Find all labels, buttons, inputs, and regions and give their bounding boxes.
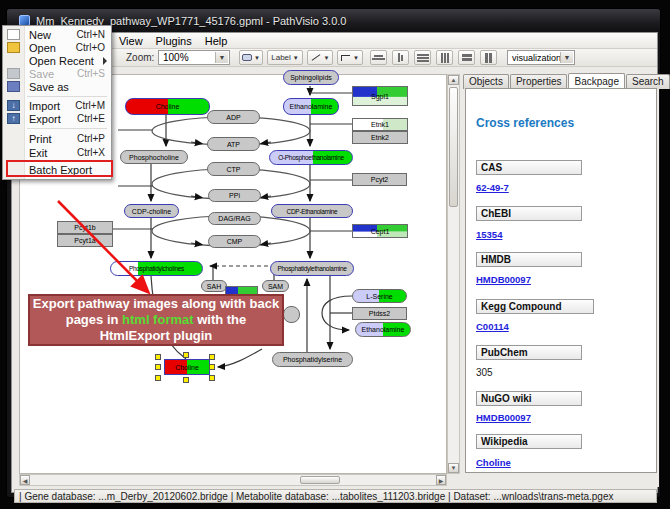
- stack-horizontal-button[interactable]: [458, 50, 475, 65]
- datanode-icon: [242, 54, 252, 61]
- chevron-down-icon: ▼: [293, 55, 299, 61]
- pathway-node[interactable]: Phosphatidylserine: [272, 352, 353, 367]
- chevron-down-icon[interactable]: ▼: [560, 52, 573, 63]
- chevron-down-icon: ▼: [324, 55, 330, 61]
- datanode-tool-button[interactable]: ▼: [239, 50, 263, 65]
- crossref-link[interactable]: HMDB00097: [476, 274, 531, 285]
- line-tool-button[interactable]: ▼: [307, 50, 333, 65]
- status-bar: | Gene database: ...m_Derby_20120602.bri…: [14, 489, 657, 503]
- distribute-vertical-button[interactable]: [436, 50, 453, 65]
- pathway-node[interactable]: ATP: [207, 137, 260, 151]
- distribute-horizontal-button[interactable]: [414, 50, 431, 65]
- gene-node[interactable]: Cept1: [352, 224, 408, 238]
- menu-help[interactable]: Help: [199, 34, 234, 48]
- chevron-down-icon: ▼: [353, 55, 359, 61]
- backpage-content: Cross references CAS 62-49-7 ChEBI 15354…: [465, 88, 657, 473]
- pathway-node[interactable]: Choline: [125, 98, 210, 115]
- crossref-link[interactable]: C00114: [476, 321, 509, 332]
- pathway-node[interactable]: Phosphatidylethanolamine: [270, 261, 354, 276]
- crossref-section-header: PubChem: [476, 345, 582, 360]
- scroll-thumb[interactable]: [300, 476, 340, 484]
- pathway-node[interactable]: L-Serine: [352, 289, 407, 303]
- new-file-icon: [7, 29, 20, 40]
- pathway-node[interactable]: SAM: [262, 280, 289, 292]
- submenu-arrow-icon: [103, 57, 107, 65]
- crossref-link[interactable]: 62-49-7: [476, 182, 509, 193]
- gene-node[interactable]: Ptdss2: [352, 307, 407, 320]
- pathway-node[interactable]: CDP-Ethanolamine: [271, 204, 353, 218]
- menu-plugins[interactable]: Plugins: [150, 34, 198, 48]
- pathway-node[interactable]: Ethanolamine: [283, 98, 339, 115]
- crossreferences-heading: Cross references: [476, 116, 574, 130]
- export-icon: ↑: [7, 113, 20, 124]
- pathway-node[interactable]: Ethanolamine: [355, 322, 411, 337]
- tab-objects[interactable]: Objects: [463, 74, 509, 89]
- scroll-thumb[interactable]: [449, 87, 458, 207]
- gene-node[interactable]: Pcyt1a: [57, 234, 113, 247]
- stack-vertical-button[interactable]: [480, 50, 497, 65]
- crossref-link[interactable]: Choline: [476, 457, 511, 468]
- menu-item-export[interactable]: ↑ ExportCtrl+E: [3, 112, 111, 125]
- gene-node[interactable]: Etnk2: [352, 131, 408, 144]
- open-folder-icon: [7, 42, 20, 53]
- pathway-node[interactable]: PPi: [208, 189, 261, 202]
- gene-node[interactable]: Etnk1: [352, 118, 408, 131]
- scroll-down-icon[interactable]: ▼: [448, 463, 459, 473]
- crossref-section-header: NuGO wiki: [476, 391, 582, 406]
- scroll-up-icon[interactable]: ▲: [448, 75, 459, 85]
- annotation-callout: Export pathway images along with back pa…: [28, 294, 284, 346]
- connector-icon: [341, 55, 350, 61]
- pathway-node[interactable]: CDP-choline: [124, 204, 179, 218]
- gene-node[interactable]: Pcyt2: [352, 173, 407, 186]
- pathway-node-selected[interactable]: Choline: [164, 359, 210, 375]
- crossref-section-header: HMDB: [476, 252, 582, 267]
- canvas-horizontal-scrollbar[interactable]: ◀ ▶: [19, 474, 447, 486]
- line-icon: [311, 54, 320, 61]
- screenshot-stage: Mm_Kennedy_pathway_WP1771_45176.gpml - P…: [0, 0, 670, 509]
- menu-item-save[interactable]: SaveCtrl+S: [3, 67, 111, 80]
- chevron-down-icon[interactable]: ▼: [215, 52, 228, 63]
- pathway-node[interactable]: O-Phosphoethanolamine: [269, 150, 353, 165]
- menu-item-new[interactable]: NewCtrl+N: [3, 28, 111, 41]
- tab-properties[interactable]: Properties: [510, 74, 568, 89]
- gene-node[interactable]: [283, 306, 300, 323]
- zoom-combobox[interactable]: 100% ▼: [158, 50, 230, 65]
- menu-view[interactable]: View: [113, 34, 149, 48]
- visualization-combobox[interactable]: visualization ▼: [507, 50, 575, 65]
- save-as-disk-icon: [7, 81, 20, 92]
- annotation-line2: pages in html format with the: [66, 312, 247, 328]
- pathway-node[interactable]: CMP: [208, 235, 261, 248]
- tab-backpage[interactable]: Backpage: [568, 73, 624, 88]
- crossref-link[interactable]: 15354: [476, 229, 502, 240]
- align-center-button[interactable]: [370, 50, 387, 65]
- align-middle-button[interactable]: [392, 50, 409, 65]
- connector-tool-button[interactable]: ▼: [337, 50, 363, 65]
- pathway-node[interactable]: Phosphatidylcholines: [110, 261, 203, 276]
- crossref-section-header: CAS: [476, 160, 582, 175]
- pathway-node[interactable]: CTP: [207, 162, 260, 176]
- pathway-node[interactable]: Phosphocholine: [120, 150, 188, 164]
- canvas-vertical-scrollbar[interactable]: ▲ ▼: [447, 74, 460, 474]
- pathway-node[interactable]: ADP: [207, 110, 260, 124]
- scroll-left-icon[interactable]: ◀: [20, 475, 30, 485]
- side-panel-tabs: Objects Properties Backpage Search Legen…: [463, 74, 670, 89]
- crossref-value: 305: [476, 367, 493, 378]
- import-icon: ↓: [7, 100, 20, 111]
- pathway-node[interactable]: SAH: [201, 280, 227, 292]
- gene-node[interactable]: Sgpl1: [352, 86, 408, 106]
- menu-item-exit[interactable]: ExitCtrl+X: [3, 146, 111, 159]
- menu-item-open[interactable]: OpenCtrl+O: [3, 41, 111, 54]
- menu-item-save-as[interactable]: Save as: [3, 80, 111, 93]
- tab-search[interactable]: Search: [626, 74, 670, 89]
- crossref-link[interactable]: HMDB00097: [476, 412, 531, 423]
- pathway-node[interactable]: Sphingolipids: [283, 70, 339, 85]
- crossref-section-header: Kegg Compound: [476, 299, 594, 314]
- scroll-right-icon[interactable]: ▶: [436, 475, 446, 485]
- menu-item-import[interactable]: ↓ ImportCtrl+M: [3, 99, 111, 112]
- gene-node[interactable]: Pcyt1b: [57, 221, 113, 234]
- label-tool-button[interactable]: Label▼: [267, 50, 303, 65]
- menu-item-print[interactable]: PrintCtrl+P: [3, 132, 111, 145]
- pathway-node[interactable]: DAG/RAG: [208, 212, 261, 225]
- menu-item-open-recent[interactable]: Open Recent: [3, 54, 111, 67]
- zoom-label: Zoom:: [126, 52, 154, 63]
